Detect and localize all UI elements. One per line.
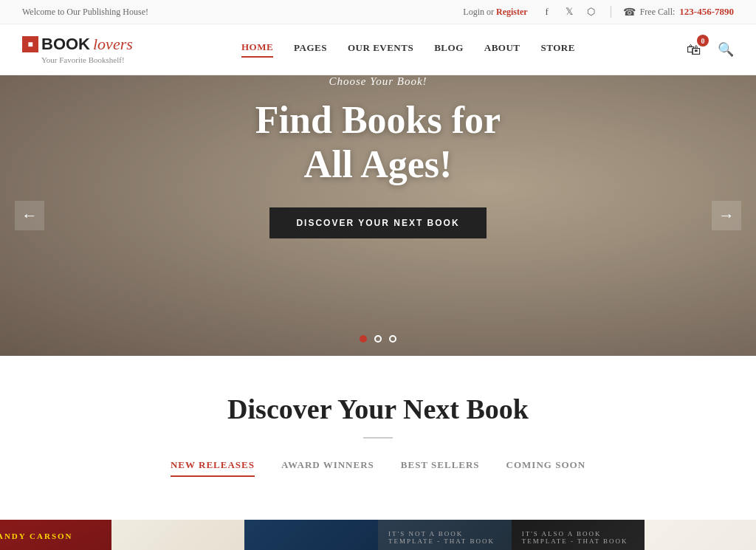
book-cover-2: Jéme — [111, 520, 245, 550]
welcome-message: Welcome to Our Publishing House! — [22, 7, 148, 18]
book-tabs: NEW RELEASES AWARD WINNERS BEST SELLERS … — [22, 459, 734, 477]
facebook-icon[interactable]: f — [540, 4, 554, 19]
book-5-content: IT'S ALSO A BOOK TEMPLATE - THAT BOOK EI… — [512, 520, 645, 550]
top-bar-right: Login or Register f 𝕏 ⬡ ☎ Free Call: 123… — [463, 4, 734, 19]
search-button[interactable]: 🔍 — [718, 41, 734, 58]
logo-lovers-text: lovers — [93, 35, 133, 54]
book-4-tagline: IT'S NOT A BOOK TEMPLATE - THAT BOOK — [388, 530, 501, 545]
book-1-content: CANDY CARSON A Story of Life — [0, 520, 111, 550]
book-4-content: IT'S NOT A BOOK TEMPLATE - THAT BOOK The… — [378, 520, 512, 550]
hero-next-arrow[interactable]: → — [712, 201, 741, 230]
tab-new-releases[interactable]: NEW RELEASES — [171, 459, 255, 477]
hero-prev-arrow[interactable]: ← — [15, 201, 44, 230]
book-6-content: A Quiet Place AUTHOR NAME — [645, 520, 756, 550]
nav-events[interactable]: OUR EVENTS — [348, 42, 413, 57]
social-icons: f 𝕏 ⬡ — [540, 4, 599, 19]
nav-pages[interactable]: PAGES — [294, 42, 327, 57]
hero-dot-2[interactable] — [374, 335, 382, 343]
register-link[interactable]: Register — [496, 7, 528, 17]
book-5-tagline: IT'S ALSO A BOOK TEMPLATE - THAT BOOK — [522, 530, 635, 545]
main-nav: HOME PAGES OUR EVENTS BLOG ABOUT STORE — [241, 41, 575, 58]
hero-dot-1[interactable] — [360, 335, 367, 343]
tab-best-sellers[interactable]: BEST SELLERS — [401, 459, 480, 477]
divider — [611, 6, 611, 18]
phone-number[interactable]: 123-456-7890 — [679, 6, 734, 18]
cart-badge: 0 — [697, 35, 709, 47]
header: ■ BOOKlovers Your Favorite Bookshelf! HO… — [0, 24, 756, 75]
logo-book-text: BOOK — [41, 35, 90, 54]
discover-title: Discover Your Next Book — [22, 393, 734, 425]
nav-blog[interactable]: BLOG — [434, 42, 464, 57]
book-3-content: BEST OF THE YEAR ALLAN — [244, 520, 378, 550]
hero-subtitle: Choose Your Book! — [0, 75, 756, 88]
hero-dot-3[interactable] — [389, 335, 396, 343]
book-cover-6: A Quiet Place AUTHOR NAME — [645, 520, 756, 550]
discover-section: Discover Your Next Book NEW RELEASES AWA… — [0, 356, 756, 520]
book-cover-4: IT'S NOT A BOOK TEMPLATE - THAT BOOK The… — [378, 520, 512, 550]
twitter-icon[interactable]: 𝕏 — [562, 4, 577, 19]
phone-icon: ☎ — [623, 6, 636, 18]
top-bar: Welcome to Our Publishing House! Login o… — [0, 0, 756, 24]
instagram-icon[interactable]: ⬡ — [584, 4, 599, 19]
hero-content: Choose Your Book! Find Books forAll Ages… — [0, 75, 756, 238]
book-cover-1: CANDY CARSON A Story of Life — [0, 520, 111, 550]
free-call-label: Free Call: — [640, 7, 676, 18]
nav-actions: 🛍 0 🔍 — [684, 39, 734, 60]
tab-award-winners[interactable]: AWARD WINNERS — [281, 459, 374, 477]
cart-button[interactable]: 🛍 0 — [684, 39, 704, 60]
login-link[interactable]: Login — [463, 7, 484, 17]
nav-about[interactable]: ABOUT — [484, 42, 520, 57]
phone-area: ☎ Free Call: 123-456-7890 — [623, 6, 734, 18]
hero-slider: ← → Choose Your Book! Find Books forAll … — [0, 75, 756, 356]
book-card-6[interactable]: A Quiet Place AUTHOR NAME — [645, 520, 756, 550]
nav-store[interactable]: STORE — [540, 42, 574, 57]
books-row: CANDY CARSON A Story of Life Jéme BEST O… — [0, 520, 756, 550]
logo-main: ■ BOOKlovers — [22, 35, 133, 54]
section-divider — [363, 437, 393, 439]
book-card-1[interactable]: CANDY CARSON A Story of Life — [0, 520, 111, 550]
book-2-content: Jéme — [111, 520, 245, 550]
tab-coming-soon[interactable]: COMING SOON — [506, 459, 585, 477]
logo-tagline: Your Favorite Bookshelf! — [41, 55, 125, 64]
book-1-author: CANDY CARSON — [0, 532, 100, 540]
book-card-5[interactable]: IT'S ALSO A BOOK TEMPLATE - THAT BOOK EI… — [512, 520, 645, 550]
book-card-4[interactable]: IT'S NOT A BOOK TEMPLATE - THAT BOOK The… — [378, 520, 512, 550]
auth-links: Login or Register — [463, 7, 527, 18]
logo[interactable]: ■ BOOKlovers Your Favorite Bookshelf! — [22, 35, 133, 64]
book-card-2[interactable]: Jéme — [111, 520, 245, 550]
book-cover-5: IT'S ALSO A BOOK TEMPLATE - THAT BOOK EI… — [512, 520, 645, 550]
hero-dots — [360, 335, 396, 343]
hero-title: Find Books forAll Ages! — [0, 98, 756, 187]
logo-icon: ■ — [22, 36, 38, 52]
book-card-3[interactable]: BEST OF THE YEAR ALLAN — [244, 520, 378, 550]
book-cover-3: BEST OF THE YEAR ALLAN — [244, 520, 378, 550]
hero-cta-button[interactable]: DISCOVER YOUR NEXT BOOK — [269, 207, 486, 238]
nav-home[interactable]: HOME — [241, 41, 273, 58]
